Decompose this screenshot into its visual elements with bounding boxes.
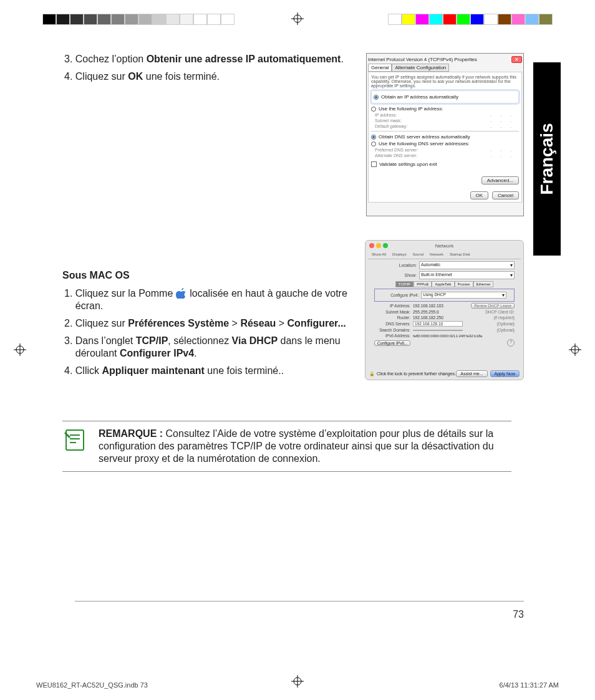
page-number: 73 — [513, 609, 524, 620]
language-tab-label: Français — [537, 123, 557, 194]
step-item: Dans l’onglet TCP/IP, sélectionnez Via D… — [75, 335, 356, 360]
close-traffic-light[interactable] — [369, 243, 374, 248]
tab-tcpip[interactable]: TCP/IP — [395, 281, 414, 287]
renew-dhcp-button[interactable]: Renew DHCP Lease — [471, 303, 515, 309]
configure-ipv4-label: Configure IPv4: — [382, 293, 418, 297]
assist-button[interactable]: Assist me... — [456, 370, 487, 377]
toolbar-item[interactable]: Network — [430, 252, 443, 256]
router-value: 192.168.182.250 — [413, 315, 443, 320]
search-domains-field[interactable] — [413, 330, 463, 331]
toolbar-item[interactable]: Show All — [372, 252, 386, 256]
radio-obtain-ip-auto[interactable] — [374, 95, 379, 100]
step-item: Cliquez sur Préférences Système > Réseau… — [75, 317, 356, 330]
footer-rule — [75, 601, 524, 602]
alternate-dns-field: . . . — [490, 153, 515, 158]
if-required-hint: (If required) — [493, 315, 515, 320]
subnet-label: Subnet Mask: — [374, 310, 410, 314]
traffic-lights — [369, 243, 388, 248]
toolbar-item[interactable]: Startup Disk — [450, 252, 470, 256]
note-text: REMARQUE : Consultez l’Aide de votre sys… — [99, 428, 511, 465]
radio-label: Obtain an IP address automatically — [381, 94, 458, 100]
field-label: Default gateway: — [375, 124, 407, 128]
subnet-value: 255.255.255.0 — [413, 310, 439, 314]
toolbar-item[interactable]: Displays — [392, 252, 407, 256]
preferred-dns-field: . . . — [490, 148, 515, 152]
note-icon — [62, 428, 87, 465]
checkbox-validate[interactable] — [371, 161, 377, 167]
ipv6-label: IPv6 Address: — [374, 333, 410, 338]
tab-general[interactable]: General — [368, 64, 392, 72]
ip-label: IP Address: — [374, 304, 410, 308]
note-box: REMARQUE : Consultez l’Aide de votre sys… — [62, 421, 511, 472]
step-item: Cliquez sur OK une fois terminé. — [75, 70, 356, 83]
dialog-title: Internet Protocol Version 4 (TCP/IPv4) P… — [368, 57, 477, 62]
configure-ipv6-button[interactable]: Configure IPv6... — [374, 340, 410, 346]
show-select[interactable]: Built-in Ethernet▾ — [419, 271, 515, 279]
radio-label: Obtain DNS server address automatically — [379, 134, 470, 140]
radio-label: Use the following DNS server addresses: — [379, 141, 470, 146]
note-label: REMARQUE : — [99, 428, 166, 439]
help-icon[interactable]: ? — [507, 339, 515, 347]
field-label: Alternate DNS server: — [375, 153, 417, 158]
step-item: Cllick Appliquer maintenant une fois ter… — [75, 365, 356, 377]
optional-hint: (Optional) — [496, 322, 515, 326]
apple-icon — [176, 287, 187, 299]
cancel-button[interactable]: Cancel — [492, 191, 519, 199]
subnet-field: . . . — [490, 118, 515, 123]
radio-label: Use the following IP address: — [379, 106, 443, 112]
dns-label: DNS Servers: — [374, 322, 410, 326]
show-label: Show: — [374, 273, 417, 277]
checkbox-label: Validate settings upon exit — [379, 161, 437, 167]
field-label: Preferred DNS server: — [375, 148, 418, 152]
search-domains-label: Search Domains: — [374, 328, 410, 332]
advanced-button[interactable]: Advanced... — [481, 176, 519, 185]
print-colorbar-right — [388, 14, 553, 25]
ip-value: 192.168.182.103 — [413, 304, 443, 308]
print-footer: WEU8162_RT-AC52U_QSG.indb 73 6/4/13 11:3… — [36, 681, 559, 689]
figure-macos-network-dialog: Network Show All Displays Sound Network … — [365, 240, 524, 380]
steps-windows: Cochez l’option Obtenir une adresse IP a… — [62, 53, 356, 83]
tab-pppoe[interactable]: PPPoE — [414, 281, 432, 287]
close-icon[interactable]: ✕ — [511, 56, 522, 63]
tab-proxies[interactable]: Proxies — [455, 281, 473, 287]
gateway-field: . . . — [490, 124, 515, 128]
ip-field: . . . — [490, 113, 515, 117]
ipv6-value: fe80:0000:0000:0000:0211:24ff:fe32:b18e — [413, 334, 483, 338]
optional-hint: (Optional) — [496, 328, 515, 332]
tab-ethernet[interactable]: Ethernet — [473, 281, 494, 287]
dns-field[interactable]: 192.168.128.10 — [413, 321, 463, 327]
registration-mark-icon — [14, 343, 26, 356]
location-select[interactable]: Automatic▾ — [419, 261, 515, 269]
location-label: Location: — [374, 263, 417, 267]
minimize-traffic-light[interactable] — [376, 243, 381, 248]
registration-mark-icon — [291, 12, 304, 25]
registration-mark-icon — [569, 343, 581, 356]
print-docname: WEU8162_RT-AC52U_QSG.indb 73 — [36, 681, 148, 689]
dialog-hint: You can get IP settings assigned automat… — [371, 75, 519, 88]
apply-now-button[interactable]: Apply Now — [490, 370, 520, 377]
field-label: Subnet mask: — [375, 118, 402, 123]
lock-icon[interactable]: 🔒 — [369, 372, 375, 376]
language-tab: Français — [533, 62, 561, 256]
step-item: Cliquez sur la Pomme localisée en haut à… — [75, 287, 356, 312]
radio-use-following-dns[interactable] — [371, 141, 376, 146]
radio-use-following-ip[interactable] — [371, 107, 376, 112]
field-label: IP address: — [375, 113, 397, 117]
tab-appletalk[interactable]: AppleTalk — [432, 281, 454, 287]
radio-obtain-dns-auto[interactable] — [371, 135, 376, 140]
print-datetime: 6/4/13 11:31:27 AM — [500, 681, 559, 689]
router-label: Router: — [374, 315, 410, 320]
tab-alternate[interactable]: Alternate Configuration — [392, 64, 449, 72]
toolbar-item[interactable]: Sound — [413, 252, 423, 256]
dhcp-client-id-label: DHCP Client ID: — [485, 310, 515, 314]
step-item: Cochez l’option Obtenir une adresse IP a… — [75, 53, 356, 65]
mac-dialog-title: Network — [368, 243, 521, 249]
zoom-traffic-light[interactable] — [383, 243, 388, 248]
print-colorbar-left — [42, 14, 235, 25]
figure-windows-tcpip-dialog: Internet Protocol Version 4 (TCP/IPv4) P… — [366, 53, 524, 216]
ok-button[interactable]: OK — [470, 191, 489, 199]
lock-text: Click the lock to prevent further change… — [377, 372, 456, 376]
configure-ipv4-select[interactable]: Using DHCP ▾ — [421, 292, 506, 299]
mac-toolbar: Show All Displays Sound Network Startup … — [368, 252, 521, 259]
svg-rect-12 — [66, 430, 84, 450]
